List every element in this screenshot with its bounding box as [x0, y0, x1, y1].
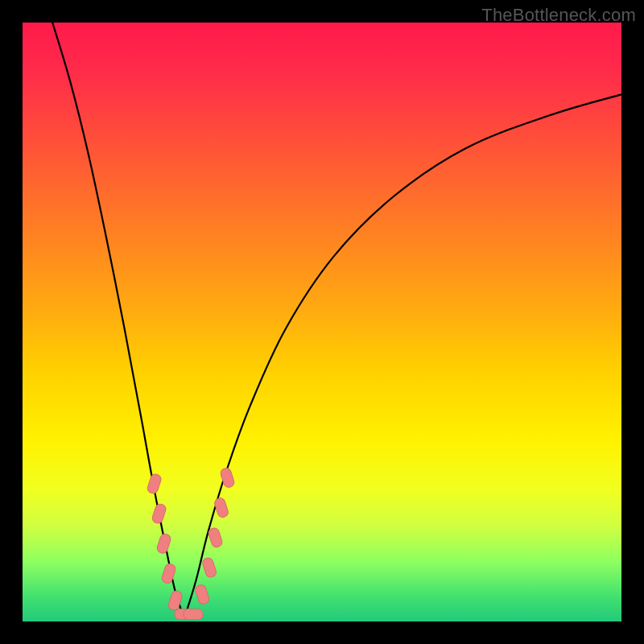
data-marker [213, 497, 229, 518]
data-marker [147, 473, 163, 494]
chart-frame: TheBottleneck.com [0, 0, 644, 644]
data-marker [184, 609, 203, 620]
data-marker [208, 526, 224, 548]
data-marker [156, 533, 172, 555]
plot-area [23, 23, 621, 621]
data-marker [201, 557, 217, 579]
curve-right [184, 94, 621, 618]
curve-left [52, 23, 184, 618]
curve-svg [23, 23, 621, 621]
data-marker [194, 584, 210, 605]
data-marker [151, 503, 167, 525]
data-marker [161, 563, 177, 584]
